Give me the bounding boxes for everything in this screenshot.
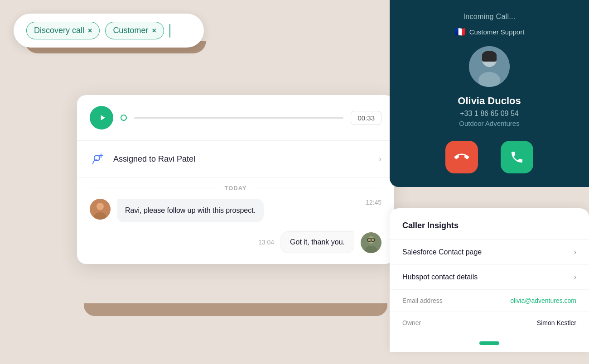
hubspot-link-arrow: ›	[574, 273, 576, 281]
audio-time: 00:33	[351, 111, 381, 125]
chat-shadow	[84, 303, 387, 316]
tag-cursor	[169, 24, 170, 38]
assigned-left: Assigned to Ravi Patel	[90, 151, 195, 167]
svg-rect-4	[482, 54, 497, 62]
hubspot-link-text: Hubspot contact details	[402, 273, 478, 281]
caller-insights-title: Caller Insights	[390, 221, 589, 240]
message-meta: 12:45	[366, 199, 381, 206]
tag-label: Customer	[113, 26, 148, 35]
svg-marker-5	[101, 115, 105, 120]
message-text: Got it, thank you.	[290, 238, 345, 246]
play-button[interactable]	[90, 106, 113, 129]
flag-icon: 🇫🇷	[454, 26, 466, 37]
email-label: Email address	[402, 297, 443, 304]
assigned-text: Assigned to Ravi Patel	[113, 154, 195, 164]
owner-row: Owner Simon Kestler	[390, 312, 589, 334]
message-time-left: 13:04	[258, 239, 274, 246]
assign-icon	[90, 151, 106, 167]
hubspot-link[interactable]: Hubspot contact details ›	[390, 265, 589, 290]
audio-position-dot	[121, 115, 127, 121]
discovery-call-tag[interactable]: Discovery call ×	[26, 22, 100, 39]
caller-phone: +33 1 86 65 09 54	[403, 110, 575, 118]
email-row: Email address olivia@adventures.com	[390, 290, 589, 312]
discovery-call-tag-close[interactable]: ×	[88, 27, 92, 35]
today-label: TODAY	[224, 185, 246, 192]
insight-footer	[390, 334, 589, 352]
sender-avatar-left	[90, 199, 111, 220]
insight-footer-indicator	[479, 341, 499, 345]
svg-point-10	[97, 203, 104, 210]
caller-company: Outdoor Adventures	[403, 120, 575, 127]
salesforce-link-text: Salesforce Contact page	[402, 248, 482, 256]
customer-tag[interactable]: Customer ×	[105, 22, 164, 39]
owner-value: Simon Kestler	[537, 319, 576, 326]
message-row: Ravi, please follow up with this prospec…	[90, 199, 381, 222]
assigned-row[interactable]: Assigned to Ravi Patel ›	[77, 141, 394, 177]
divider-line-right	[254, 188, 381, 188]
audio-progress-bar[interactable]	[134, 117, 343, 119]
owner-label: Owner	[402, 319, 421, 326]
assigned-chevron-icon: ›	[379, 154, 381, 164]
support-label: Customer Support	[469, 28, 525, 36]
sender-avatar-right	[361, 232, 381, 253]
message-bubble-right: Got it, thank you.	[280, 231, 354, 253]
customer-support-row: 🇫🇷 Customer Support	[403, 26, 575, 37]
incoming-call-card: Incoming Call... 🇫🇷 Customer Support Oli…	[390, 0, 589, 187]
message-time: 12:45	[366, 199, 381, 206]
caller-insights-card: Caller Insights Salesforce Contact page …	[390, 208, 589, 352]
caller-name: Olivia Duclos	[403, 95, 575, 107]
chat-card: 00:33 Assigned to Ravi Patel › TODAY	[77, 95, 394, 264]
salesforce-link-arrow: ›	[574, 248, 576, 256]
decline-button[interactable]	[445, 141, 478, 173]
caller-avatar	[469, 46, 510, 87]
email-value: olivia@adventures.com	[510, 297, 576, 304]
call-actions	[403, 141, 575, 173]
incoming-call-header: Incoming Call...	[403, 13, 575, 21]
accept-button[interactable]	[501, 141, 533, 173]
messages-area: Ravi, please follow up with this prospec…	[77, 199, 394, 264]
message-text: Ravi, please follow up with this prospec…	[125, 206, 256, 214]
salesforce-link[interactable]: Salesforce Contact page ›	[390, 240, 589, 265]
audio-player: 00:33	[77, 95, 394, 141]
message-bubble-left: Ravi, please follow up with this prospec…	[117, 199, 264, 222]
divider-line-left	[90, 188, 217, 188]
today-divider: TODAY	[77, 177, 394, 199]
tags-search-card: Discovery call × Customer ×	[14, 14, 204, 48]
message-row: 13:04 Got it, thank you.	[90, 231, 381, 253]
customer-tag-close[interactable]: ×	[152, 27, 156, 35]
tag-label: Discovery call	[34, 26, 84, 35]
